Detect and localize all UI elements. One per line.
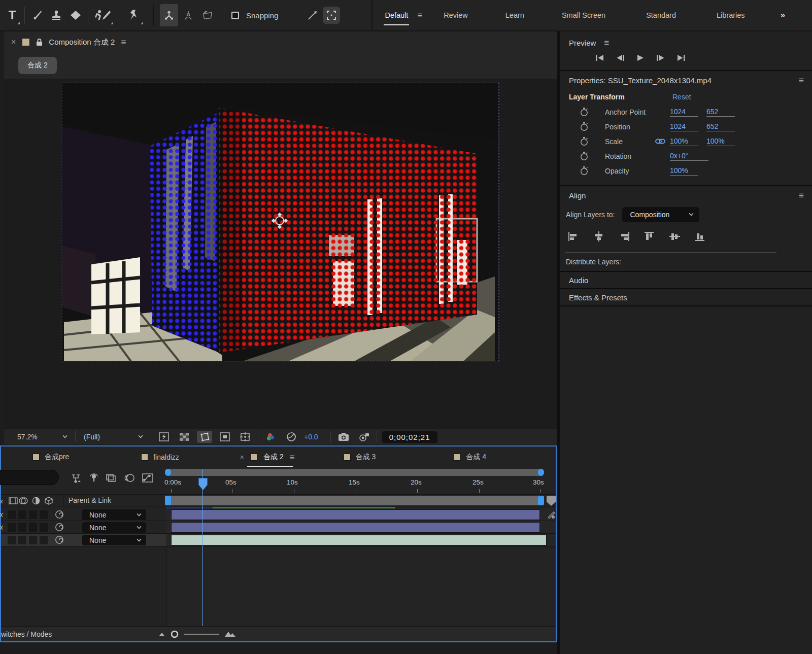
region-of-interest-button[interactable] [197, 431, 212, 443]
graph-editor-button[interactable] [141, 472, 154, 484]
switch-box[interactable] [8, 536, 16, 544]
workspace-tab-libraries[interactable]: Libraries [713, 11, 749, 19]
switch-box[interactable] [18, 523, 26, 532]
switches-modes-toggle[interactable]: witches / Modes [1, 630, 52, 638]
current-timecode[interactable]: 0;00;02;21 [382, 431, 437, 443]
motion-blur-button[interactable] [123, 472, 136, 484]
timeline-horizontal-scrollbar[interactable] [165, 469, 544, 476]
tab-close-icon[interactable]: × [240, 453, 244, 461]
align-bottom-button[interactable] [694, 230, 707, 242]
scrollbar-right-cap[interactable] [538, 469, 544, 476]
align-left-button[interactable] [567, 230, 580, 242]
position-x-value[interactable]: 1024 [670, 122, 698, 131]
work-area-start-handle[interactable] [165, 496, 171, 505]
link-dimensions-icon[interactable] [655, 138, 666, 145]
layer-row-1[interactable]: fx None [1, 508, 556, 521]
timeline-empty-track-area[interactable] [166, 548, 556, 626]
parent-dropdown[interactable]: None [82, 535, 146, 545]
draft-3d-button[interactable] [87, 472, 100, 484]
puppet-pin-tool[interactable] [121, 4, 145, 26]
previous-frame-button[interactable] [614, 53, 627, 63]
pickwhip-icon[interactable] [55, 535, 64, 544]
properties-menu-icon[interactable]: ≡ [799, 76, 804, 85]
workspace-overflow-chevron[interactable]: » [781, 10, 785, 20]
layer-bar-2[interactable] [171, 522, 540, 533]
stopwatch-icon[interactable] [579, 107, 590, 117]
workspace-tab-small-screen[interactable]: Small Screen [558, 11, 610, 19]
quality-sampling-icon[interactable] [547, 510, 556, 520]
timeline-tab-gosei4[interactable]: 合成 4 [454, 446, 486, 468]
anchor-x-value[interactable]: 1024 [670, 108, 698, 117]
fast-previews-button[interactable] [156, 431, 172, 443]
switch-box[interactable] [18, 536, 26, 544]
align-horizontal-center-button[interactable] [592, 230, 605, 242]
snapshot-button[interactable] [336, 431, 351, 443]
mask-visibility-button[interactable] [217, 431, 232, 443]
magnification-dropdown[interactable]: 57.2% [14, 433, 70, 441]
scrollbar-left-cap[interactable] [165, 469, 171, 476]
work-area-bar[interactable] [165, 496, 544, 505]
grid-guides-button[interactable] [238, 431, 253, 443]
zoom-out-mountain-icon[interactable] [158, 632, 165, 637]
stopwatch-icon[interactable] [579, 122, 590, 131]
channel-select-button[interactable] [263, 431, 279, 443]
transparency-grid-button[interactable] [177, 431, 192, 443]
timeline-tab-pre[interactable]: 合成pre [32, 446, 69, 468]
eraser-tool[interactable] [66, 4, 85, 26]
layer-bar-1[interactable] [171, 509, 540, 520]
zoom-in-mountain-icon[interactable] [224, 631, 236, 638]
comp-tab-chip[interactable]: 合成 2 [18, 57, 57, 74]
tab-menu-icon[interactable]: ≡ [290, 453, 295, 462]
snap-along-edges-toggle[interactable] [303, 4, 322, 26]
effects-presets-panel-tab[interactable]: Effects & Presets [560, 289, 812, 306]
pickwhip-icon[interactable] [55, 523, 64, 532]
timeline-search-input[interactable] [0, 470, 59, 485]
workspace-menu-icon[interactable]: ≡ [417, 11, 422, 20]
timeline-tab-finaldizz[interactable]: finaldizz [141, 446, 179, 468]
frame-blending-button[interactable] [105, 472, 118, 484]
comp-color-swatch[interactable] [22, 38, 30, 46]
workspace-tab-learn[interactable]: Learn [501, 11, 528, 19]
timeline-tab-gosei3[interactable]: 合成 3 [344, 446, 376, 468]
world-axis-mode[interactable] [179, 4, 197, 26]
next-frame-button[interactable] [654, 53, 667, 63]
align-top-button[interactable] [643, 230, 656, 242]
stopwatch-icon[interactable] [579, 166, 590, 176]
opacity-value[interactable]: 100% [670, 166, 698, 176]
switch-box[interactable] [29, 510, 37, 519]
panel-menu-icon[interactable]: ≡ [121, 38, 126, 47]
align-target-dropdown[interactable]: Composition [622, 207, 699, 222]
timeline-tab-gosei2[interactable]: × 合成 2 ≡ [240, 446, 295, 468]
align-right-button[interactable] [618, 230, 631, 242]
audio-panel-tab[interactable]: Audio [560, 272, 812, 289]
playhead-marker[interactable] [198, 478, 208, 490]
position-y-value[interactable]: 652 [706, 122, 735, 131]
resolution-dropdown[interactable]: (Full) [81, 433, 146, 441]
layer-row-2[interactable]: fx None [1, 521, 556, 534]
type-tool[interactable]: T [3, 4, 21, 26]
switch-box[interactable] [29, 523, 37, 532]
align-vertical-center-button[interactable] [668, 230, 682, 242]
workspace-tab-review[interactable]: Review [439, 11, 472, 19]
brush-tool[interactable] [28, 4, 46, 26]
view-axis-mode[interactable] [198, 4, 217, 26]
roto-brush-tool[interactable] [91, 4, 115, 26]
rotation-value[interactable]: 0x+0° [670, 152, 708, 161]
switch-box[interactable] [8, 523, 16, 532]
exposure-value[interactable]: +0.0 [304, 433, 318, 441]
panel-close-icon[interactable]: × [11, 38, 16, 47]
snap-to-features-toggle[interactable] [323, 7, 340, 24]
exposure-reset-button[interactable] [284, 431, 299, 443]
reset-link[interactable]: Reset [672, 93, 691, 101]
stopwatch-icon[interactable] [579, 136, 590, 146]
clone-stamp-tool[interactable] [47, 4, 65, 26]
align-menu-icon[interactable]: ≡ [799, 191, 804, 200]
playhead-line[interactable] [202, 469, 203, 626]
last-frame-button[interactable] [674, 53, 688, 63]
play-button[interactable] [634, 53, 647, 63]
workspace-tab-default[interactable]: Default [381, 11, 412, 19]
timeline-zoom-slider[interactable] [158, 630, 236, 638]
zoom-slider-track[interactable] [184, 634, 219, 635]
pickwhip-icon[interactable] [55, 510, 64, 519]
switch-box[interactable] [18, 510, 26, 519]
